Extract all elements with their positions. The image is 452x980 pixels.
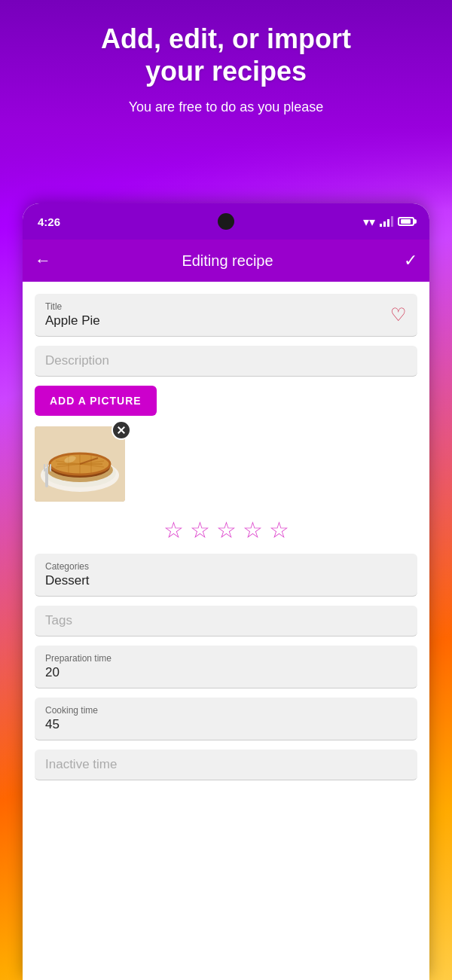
pie-svg [35, 426, 125, 502]
status-icons: ▾▾ [363, 215, 414, 229]
cooking-time-label: Cooking time [45, 705, 407, 716]
description-placeholder: Description [45, 353, 109, 368]
header-title: Add, edit, or import your recipes [15, 23, 437, 87]
title-value: Apple Pie [45, 313, 100, 328]
add-picture-button[interactable]: ADD A PICTURE [35, 386, 157, 416]
heart-icon: ♡ [390, 304, 407, 325]
remove-image-button[interactable] [111, 420, 131, 440]
inactive-time-label: Inactive time [45, 757, 117, 771]
prep-time-field[interactable]: Preparation time 20 [35, 646, 417, 688]
star-4[interactable]: ☆ [243, 517, 263, 543]
prep-time-value: 20 [45, 665, 60, 679]
back-button[interactable]: ← [35, 251, 51, 270]
title-field[interactable]: Title Apple Pie ♡ [35, 294, 417, 337]
description-field[interactable]: Description [35, 346, 417, 377]
svg-rect-16 [44, 464, 45, 472]
cooking-time-value: 45 [45, 717, 60, 731]
header-section: Add, edit, or import your recipes You ar… [0, 23, 452, 115]
svg-rect-18 [50, 464, 51, 472]
status-bar: 4:26 ▾▾ [23, 203, 429, 240]
star-2[interactable]: ☆ [190, 517, 210, 543]
signal-icon [380, 216, 393, 227]
phone-mockup: 4:26 ▾▾ ← Editing recipe ✓ Title Apple P… [23, 203, 429, 980]
favorite-button[interactable]: ♡ [390, 304, 407, 325]
tags-field[interactable]: Tags [35, 606, 417, 637]
inactive-time-field[interactable]: Inactive time [35, 750, 417, 780]
star-rating[interactable]: ☆ ☆ ☆ ☆ ☆ [35, 517, 417, 543]
prep-time-label: Preparation time [45, 653, 407, 664]
star-5[interactable]: ☆ [269, 517, 289, 543]
cooking-time-field[interactable]: Cooking time 45 [35, 698, 417, 740]
confirm-button[interactable]: ✓ [404, 251, 417, 270]
svg-rect-17 [47, 464, 48, 472]
categories-label: Categories [45, 561, 407, 572]
tags-placeholder: Tags [45, 613, 72, 627]
header-subtitle: You are free to do as you please [15, 99, 437, 115]
wifi-icon: ▾▾ [363, 215, 375, 229]
battery-icon [398, 217, 414, 226]
categories-field[interactable]: Categories Dessert [35, 554, 417, 597]
status-time: 4:26 [38, 215, 60, 228]
star-1[interactable]: ☆ [163, 517, 184, 543]
star-3[interactable]: ☆ [216, 517, 237, 543]
app-bar-title: Editing recipe [182, 252, 273, 270]
camera-notch [218, 213, 234, 230]
title-label: Title [45, 301, 380, 312]
categories-value: Dessert [45, 573, 90, 588]
recipe-image-container [35, 426, 125, 502]
recipe-image [35, 426, 125, 502]
content-area: Title Apple Pie ♡ Description ADD A PICT… [23, 282, 429, 980]
app-bar: ← Editing recipe ✓ [23, 240, 429, 282]
